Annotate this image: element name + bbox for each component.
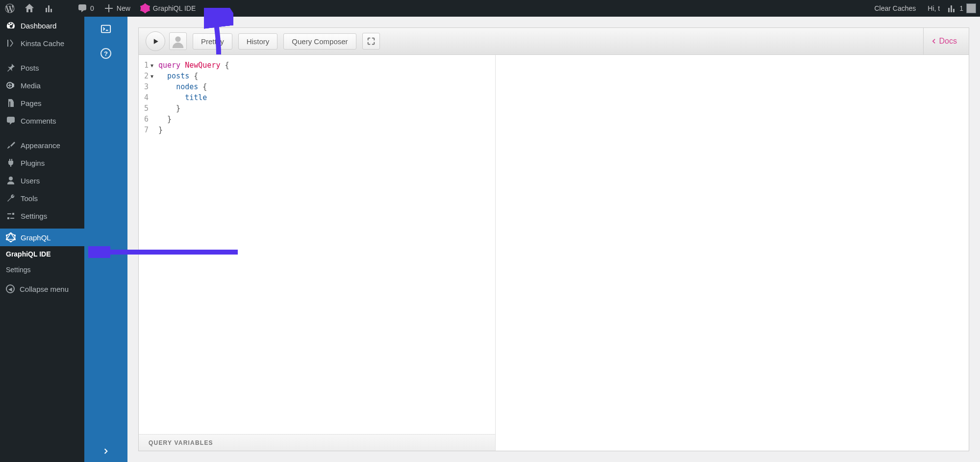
svg-point-14 xyxy=(175,36,180,42)
fold-line-2[interactable]: ▼ xyxy=(151,71,153,82)
sidebar-item-posts[interactable]: Posts xyxy=(0,59,84,77)
prettify-button[interactable]: Prettify xyxy=(193,33,232,50)
wrench-icon xyxy=(6,193,16,203)
sliders-icon xyxy=(6,211,16,221)
home-link[interactable] xyxy=(20,0,39,17)
svg-rect-13 xyxy=(101,26,110,33)
graphiql-label: GraphiQL IDE xyxy=(153,4,196,12)
plug-icon xyxy=(6,158,16,168)
help-icon: ? xyxy=(101,48,111,59)
rail-ide-button[interactable] xyxy=(84,17,127,41)
wordpress-icon xyxy=(5,3,15,13)
plus-icon xyxy=(104,3,114,13)
fullscreen-icon xyxy=(367,37,376,46)
user-icon xyxy=(6,176,16,185)
query-composer-button[interactable]: Query Composer xyxy=(283,33,356,50)
pages-icon xyxy=(6,98,16,108)
sidebar-item-settings[interactable]: Settings xyxy=(0,207,84,225)
graphql-icon xyxy=(140,3,150,13)
collapse-icon: ◀ xyxy=(6,284,15,293)
svg-point-4 xyxy=(140,9,142,11)
svg-point-2 xyxy=(149,9,150,11)
auth-avatar-button[interactable] xyxy=(169,32,187,50)
editor-wrap: 1▼ 2▼ 3 4 5 6 7 query NewQuery { posts {… xyxy=(139,55,969,451)
query-pane: 1▼ 2▼ 3 4 5 6 7 query NewQuery { posts {… xyxy=(139,55,496,451)
graphiql-panel: Prettify History Query Composer Docs 1▼ … xyxy=(138,27,969,451)
sidebar-item-media[interactable]: Media xyxy=(0,77,84,94)
play-icon xyxy=(152,38,159,45)
sidebar-item-appearance[interactable]: Appearance xyxy=(0,136,84,154)
wp-logo[interactable] xyxy=(0,0,20,17)
run-button[interactable] xyxy=(146,31,165,51)
pin-icon xyxy=(6,63,16,73)
kinsta-icon xyxy=(6,38,16,48)
sidebar-item-dashboard[interactable]: Dashboard xyxy=(0,17,84,34)
query-variables-bar[interactable]: QUERY VARIABLES xyxy=(139,434,495,451)
chevron-right-icon xyxy=(102,447,110,455)
sidebar-item-plugins[interactable]: Plugins xyxy=(0,154,84,172)
graphql-menu-icon xyxy=(6,232,16,242)
media-icon xyxy=(6,80,16,90)
sidebar-item-pages[interactable]: Pages xyxy=(0,94,84,112)
submenu-graphiql-ide[interactable]: GraphiQL IDE xyxy=(0,246,84,262)
clear-caches-link[interactable]: Clear Caches xyxy=(869,0,921,17)
sidebar-item-comments[interactable]: Comments xyxy=(0,112,84,129)
small-icon[interactable] xyxy=(947,3,956,13)
terminal-icon xyxy=(101,24,111,34)
brush-icon xyxy=(6,140,16,150)
account-menu[interactable]: Hi, t xyxy=(923,0,945,17)
query-editor[interactable]: 1▼ 2▼ 3 4 5 6 7 query NewQuery { posts {… xyxy=(139,55,495,434)
comments-icon xyxy=(6,116,16,126)
dashboard-icon xyxy=(6,21,16,30)
code-lines: query NewQuery { posts { nodes { title }… xyxy=(155,55,495,434)
home-icon xyxy=(25,3,34,13)
new-label: New xyxy=(117,4,130,12)
stats-icon xyxy=(44,3,54,13)
avatar[interactable] xyxy=(966,3,976,13)
sidebar-item-graphql[interactable]: GraphQL xyxy=(0,229,84,246)
graphiql-side-rail: ? xyxy=(84,17,127,462)
main-content: Prettify History Query Composer Docs 1▼ … xyxy=(127,17,980,462)
docs-button[interactable]: Docs xyxy=(926,35,962,48)
sidebar-item-tools[interactable]: Tools xyxy=(0,189,84,207)
fullscreen-button[interactable] xyxy=(362,33,380,50)
comments-link[interactable]: 0 xyxy=(73,0,99,17)
new-link[interactable]: New xyxy=(99,0,135,17)
line-gutter: 1▼ 2▼ 3 4 5 6 7 xyxy=(139,55,155,434)
comment-icon xyxy=(77,3,87,13)
fold-line-1[interactable]: ▼ xyxy=(151,60,153,71)
stats-link[interactable] xyxy=(39,0,59,17)
submenu-settings[interactable]: Settings xyxy=(0,262,84,278)
sidebar-item-kinsta-cache[interactable]: Kinsta Cache xyxy=(0,34,84,52)
rail-help-button[interactable]: ? xyxy=(84,41,127,66)
graphiql-toolbar: Prettify History Query Composer Docs xyxy=(139,28,969,55)
collapse-menu-button[interactable]: ◀ Collapse menu xyxy=(0,281,84,297)
comments-count: 0 xyxy=(90,4,94,12)
graphiql-ide-link[interactable]: GraphiQL IDE xyxy=(135,0,201,17)
sidebar-item-users[interactable]: Users xyxy=(0,172,84,189)
user-circle-icon xyxy=(171,34,185,48)
svg-point-5 xyxy=(140,5,142,7)
greeting-text: Hi, t xyxy=(928,4,940,12)
rail-expand-button[interactable] xyxy=(84,440,127,462)
chevron-left-icon xyxy=(930,38,937,45)
admin-sidebar: Dashboard Kinsta Cache Posts Media Pages… xyxy=(0,17,84,462)
svg-point-1 xyxy=(149,5,150,7)
result-pane xyxy=(496,55,969,451)
history-button[interactable]: History xyxy=(238,33,278,50)
wp-admin-bar: 0 New GraphiQL IDE Clear Caches xyxy=(0,0,980,17)
